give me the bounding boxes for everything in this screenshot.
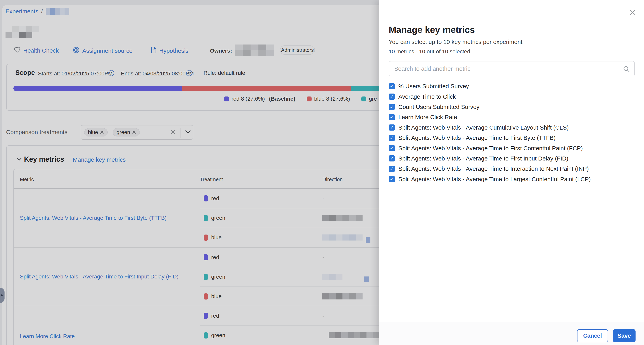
metric-option[interactable]: ✓Split Agents: Web Vitals - Average Time…: [389, 174, 637, 184]
checkbox-checked-icon[interactable]: ✓: [389, 94, 395, 100]
metric-option[interactable]: ✓Split Agents: Web Vitals - Average Time…: [389, 153, 637, 164]
metric-option[interactable]: ✓Split Agents: Web Vitals - Average Time…: [389, 164, 637, 174]
metric-option[interactable]: ✓Split Agents: Web Vitals - Average Cumu…: [389, 123, 637, 133]
metric-option-label: % Users Submitted Survey: [398, 83, 469, 90]
manage-key-metrics-drawer: Manage key metrics You can select up to …: [379, 0, 644, 345]
checkbox-checked-icon[interactable]: ✓: [389, 145, 395, 151]
metric-option[interactable]: ✓Split Agents: Web Vitals - Average Time…: [389, 133, 637, 143]
metric-option-label: Learn More Click Rate: [398, 114, 457, 121]
checkbox-checked-icon[interactable]: ✓: [389, 124, 395, 131]
close-icon[interactable]: [629, 9, 637, 17]
metric-search-input[interactable]: [389, 62, 634, 76]
cancel-button[interactable]: Cancel: [577, 329, 608, 342]
app-root: Experiments / Health Check Assignment so…: [0, 0, 644, 345]
checkbox-checked-icon[interactable]: ✓: [389, 135, 395, 141]
metric-option-label: Split Agents: Web Vitals - Average Time …: [398, 176, 591, 183]
checkbox-checked-icon[interactable]: ✓: [389, 176, 395, 182]
save-button[interactable]: Save: [613, 329, 636, 342]
checkbox-checked-icon[interactable]: ✓: [389, 166, 395, 172]
metric-option-label: Split Agents: Web Vitals - Average Time …: [398, 165, 589, 172]
drawer-subtitle: You can select up to 10 key metrics per …: [389, 39, 522, 45]
checkbox-checked-icon[interactable]: ✓: [389, 83, 395, 89]
modal-overlay[interactable]: [0, 0, 379, 345]
drawer-footer: Cancel Save: [379, 322, 644, 345]
search-icon: [623, 66, 630, 74]
metric-search: [389, 61, 635, 76]
checkbox-checked-icon[interactable]: ✓: [389, 155, 395, 161]
metric-option[interactable]: ✓Average Time to Click: [389, 91, 637, 102]
metric-option-label: Average Time to Click: [398, 93, 456, 100]
metric-option[interactable]: ✓Split Agents: Web Vitals - Average Time…: [389, 143, 637, 153]
metric-option-label: Split Agents: Web Vitals - Average Time …: [398, 145, 583, 152]
checkbox-checked-icon[interactable]: ✓: [389, 104, 395, 110]
metric-option[interactable]: ✓% Users Submitted Survey: [389, 81, 637, 91]
drawer-title: Manage key metrics: [389, 25, 475, 35]
metric-option-label: Split Agents: Web Vitals - Average Time …: [398, 135, 556, 141]
metric-option[interactable]: ✓Learn More Click Rate: [389, 112, 637, 122]
metric-option-label: Split Agents: Web Vitals - Average Time …: [398, 155, 568, 162]
metric-option[interactable]: ✓Count Users Submitted Survey: [389, 102, 637, 112]
metric-option-label: Split Agents: Web Vitals - Average Cumul…: [398, 124, 568, 131]
checkbox-checked-icon[interactable]: ✓: [389, 114, 395, 120]
metric-option-label: Count Users Submitted Survey: [398, 104, 480, 110]
drawer-selection-count: 10 metrics · 10 out of 10 selected: [389, 49, 470, 55]
metric-checkbox-list: ✓% Users Submitted Survey✓Average Time t…: [389, 81, 637, 184]
